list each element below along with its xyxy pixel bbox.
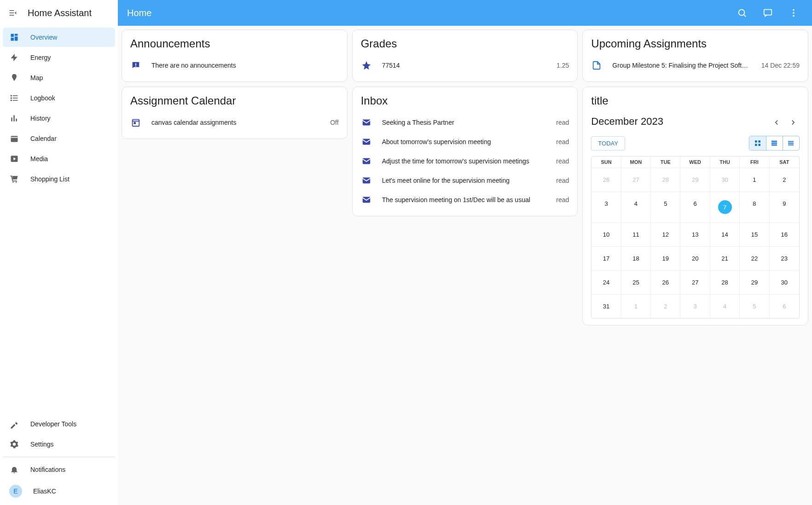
- dots-vertical-icon: [789, 8, 799, 18]
- collapse-sidebar-button[interactable]: [7, 7, 18, 18]
- inbox-row[interactable]: Adjust the time for tomorrow's supervisi…: [361, 151, 569, 171]
- sidebar-item-shopping[interactable]: Shopping List: [3, 169, 115, 189]
- calendar-day[interactable]: 29: [680, 168, 710, 192]
- calendar-day[interactable]: 18: [621, 246, 651, 270]
- inbox-state: read: [556, 119, 569, 126]
- inbox-state: read: [556, 157, 569, 165]
- calendar-day[interactable]: 6: [680, 192, 710, 222]
- calendar-day[interactable]: 11: [621, 222, 651, 246]
- calendar-day[interactable]: 19: [651, 246, 680, 270]
- chat-button[interactable]: [759, 4, 777, 22]
- calendar-day[interactable]: 2: [651, 294, 680, 318]
- calendar-day[interactable]: 31: [592, 294, 621, 318]
- calendar-view-week[interactable]: [766, 136, 783, 150]
- nav-label: Shopping List: [30, 175, 70, 183]
- calendar-day[interactable]: 16: [770, 222, 799, 246]
- calendar-day[interactable]: 5: [651, 192, 680, 222]
- calendar-day[interactable]: 7: [710, 192, 740, 222]
- calendar-day[interactable]: 23: [770, 246, 799, 270]
- calendar-day[interactable]: 28: [651, 168, 680, 192]
- calendar-day[interactable]: 14: [710, 222, 740, 246]
- calendar-day[interactable]: 26: [592, 168, 621, 192]
- inbox-row[interactable]: The supervision meeting on 1st/Dec will …: [361, 190, 569, 209]
- calendar-day[interactable]: 27: [680, 270, 710, 294]
- calendar-day[interactable]: 10: [592, 222, 621, 246]
- calendar-day[interactable]: 1: [740, 168, 769, 192]
- calendar-day[interactable]: 8: [740, 192, 769, 222]
- dashboard-icon: [9, 32, 19, 42]
- menu-collapse-icon: [8, 8, 17, 17]
- calendar-day[interactable]: 4: [710, 294, 740, 318]
- calendar-day[interactable]: 25: [621, 270, 651, 294]
- calendar-day[interactable]: 2: [770, 168, 799, 192]
- sidebar-item-devtools[interactable]: Developer Tools: [3, 414, 115, 434]
- nav-label: Overview: [30, 34, 57, 41]
- sidebar-item-overview[interactable]: Overview: [3, 28, 115, 47]
- calendar-day[interactable]: 12: [651, 222, 680, 246]
- inbox-state: read: [556, 138, 569, 145]
- calendar-view-month[interactable]: [749, 136, 766, 150]
- sidebar-item-history[interactable]: History: [3, 109, 115, 128]
- calendar-day[interactable]: 24: [592, 270, 621, 294]
- calendar-day[interactable]: 3: [680, 294, 710, 318]
- upcoming-row[interactable]: Group Milestone 5: Finalising the Projec…: [591, 56, 800, 75]
- calendar-day[interactable]: 27: [621, 168, 651, 192]
- calendar-day[interactable]: 30: [770, 270, 799, 294]
- calendar-day[interactable]: 26: [651, 270, 680, 294]
- mail-icon: [361, 137, 372, 147]
- inbox-row[interactable]: Let's meet online for the supervision me…: [361, 171, 569, 190]
- sidebar-item-calendar[interactable]: Calendar: [3, 129, 115, 148]
- page-title: Home: [127, 8, 725, 18]
- calendar-day[interactable]: 3: [592, 192, 621, 222]
- svg-rect-13: [11, 117, 12, 121]
- svg-point-11: [11, 98, 12, 99]
- overflow-menu-button[interactable]: [784, 4, 803, 22]
- assignment-cal-row[interactable]: canvas calendar assignments Off: [130, 113, 339, 132]
- search-button[interactable]: [733, 4, 751, 22]
- calendar-dow: WED: [680, 157, 710, 168]
- star-icon: [361, 60, 372, 70]
- sidebar-item-media[interactable]: Media: [3, 149, 115, 168]
- inbox-row[interactable]: About tomorrow's supervision meetingread: [361, 132, 569, 151]
- sidebar-item-map[interactable]: Map: [3, 68, 115, 87]
- calendar-day[interactable]: 13: [680, 222, 710, 246]
- calendar-day[interactable]: 29: [740, 270, 769, 294]
- card-title: Upcoming Assignments: [591, 37, 800, 50]
- svg-rect-6: [11, 38, 14, 41]
- calendar-day[interactable]: 4: [621, 192, 651, 222]
- inbox-row[interactable]: Seeking a Thesis Partnerread: [361, 113, 569, 132]
- calendar-day[interactable]: 15: [740, 222, 769, 246]
- calendar-day[interactable]: 6: [770, 294, 799, 318]
- card-title: title: [591, 94, 800, 107]
- calendar-day[interactable]: 17: [592, 246, 621, 270]
- grade-row[interactable]: 77514 1.25: [361, 56, 569, 75]
- svg-point-12: [11, 100, 12, 101]
- calendar-day[interactable]: 20: [680, 246, 710, 270]
- sidebar-item-notifications[interactable]: Notifications: [3, 460, 115, 479]
- calendar-dow: FRI: [740, 157, 769, 168]
- calendar-next-button[interactable]: [787, 116, 800, 129]
- gear-icon: [9, 439, 19, 449]
- calendar-day[interactable]: 5: [740, 294, 769, 318]
- calendar-day[interactable]: 30: [710, 168, 740, 192]
- calendar-day[interactable]: 28: [710, 270, 740, 294]
- inbox-subject: The supervision meeting on 1st/Dec will …: [382, 196, 546, 203]
- calendar-day[interactable]: 1: [621, 294, 651, 318]
- calendar-day[interactable]: 9: [770, 192, 799, 222]
- calendar-today-button[interactable]: TODAY: [591, 136, 625, 151]
- calendar-day[interactable]: 21: [710, 246, 740, 270]
- sidebar-item-user[interactable]: E EliasKC: [3, 480, 115, 502]
- sidebar-bottom: Developer Tools Settings Notifications E…: [0, 412, 118, 505]
- chart-icon: [9, 113, 19, 123]
- sidebar-item-energy[interactable]: Energy: [3, 48, 115, 67]
- calendar-day[interactable]: 22: [740, 246, 769, 270]
- calendar-prev-button[interactable]: [770, 116, 783, 129]
- announcement-row[interactable]: There are no announcements: [130, 56, 339, 75]
- sidebar-item-settings[interactable]: Settings: [3, 435, 115, 454]
- svg-point-28: [793, 15, 795, 17]
- upcoming-card: Upcoming Assignments Group Milestone 5: …: [582, 29, 808, 82]
- sidebar-item-logbook[interactable]: Logbook: [3, 88, 115, 108]
- hammer-icon: [9, 419, 19, 429]
- calendar-view-day[interactable]: [783, 136, 799, 150]
- grade-value: 1.25: [557, 62, 569, 69]
